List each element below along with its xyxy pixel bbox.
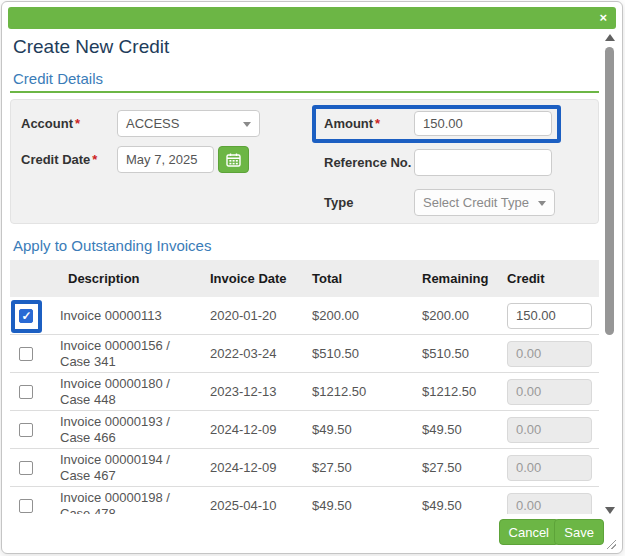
invoice-description: Invoice 00000113 (50, 308, 202, 324)
invoice-total: $510.50 (302, 346, 412, 361)
page-title: Create New Credit (13, 36, 169, 58)
type-label: Type (324, 195, 355, 210)
account-select[interactable]: ACCESS (117, 110, 260, 137)
header-invoice-date: Invoice Date (202, 271, 302, 286)
invoice-remaining: $27.50 (412, 460, 497, 475)
invoice-remaining: $1212.50 (412, 384, 497, 399)
invoice-description: Invoice 00000193 / Case 466 (50, 414, 202, 445)
reference-no-label: Reference No. (324, 155, 413, 170)
invoice-date: 2023-12-13 (202, 384, 302, 399)
header-credit: Credit (497, 271, 599, 286)
invoice-description: Invoice 00000194 / Case 467 (50, 452, 202, 483)
invoice-description: Invoice 00000180 / Case 448 (50, 376, 202, 407)
credit-amount-input[interactable] (507, 417, 592, 443)
scroll-down-icon[interactable] (605, 507, 615, 514)
section-divider (10, 91, 599, 93)
reference-no-input[interactable] (414, 149, 552, 176)
invoice-checkbox[interactable] (19, 347, 33, 361)
table-row: Invoice 00000198 / Case 478 2025-04-10 $… (10, 487, 599, 514)
modal-scrollbar[interactable] (604, 34, 615, 514)
invoice-date: 2020-01-20 (202, 308, 302, 323)
section-apply-invoices: Apply to Outstanding Invoices (13, 237, 211, 254)
invoice-checkbox[interactable] (19, 385, 33, 399)
invoice-date: 2024-12-09 (202, 422, 302, 437)
credit-type-select[interactable]: Select Credit Type (414, 189, 555, 216)
table-row: Invoice 00000156 / Case 341 2022-03-24 $… (10, 335, 599, 373)
invoice-remaining: $49.50 (412, 498, 497, 513)
invoice-date: 2024-12-09 (202, 460, 302, 475)
invoice-total: $49.50 (302, 422, 412, 437)
scrollbar-thumb[interactable] (605, 47, 614, 335)
invoice-remaining: $510.50 (412, 346, 497, 361)
table-row: Invoice 00000193 / Case 466 2024-12-09 $… (10, 411, 599, 449)
credit-amount-input[interactable] (507, 303, 592, 329)
header-total: Total (302, 271, 412, 286)
close-icon[interactable]: × (599, 10, 607, 26)
credit-amount-input[interactable] (507, 379, 592, 405)
save-button[interactable]: Save (554, 519, 604, 545)
resize-grip-icon[interactable] (605, 538, 616, 549)
header-remaining: Remaining (412, 271, 497, 286)
invoice-remaining: $200.00 (412, 308, 497, 323)
invoice-description: Invoice 00000156 / Case 341 (50, 338, 202, 369)
calendar-button[interactable] (218, 146, 249, 173)
invoice-description: Invoice 00000198 / Case 478 (50, 490, 202, 514)
amount-label: Amount* (324, 116, 380, 131)
table-row: Invoice 00000194 / Case 467 2024-12-09 $… (10, 449, 599, 487)
credit-details-panel: Account* ACCESS Credit Date* Amount* (10, 99, 599, 224)
table-header-row: Description Invoice Date Total Remaining… (10, 260, 599, 297)
invoice-date: 2025-04-10 (202, 498, 302, 513)
table-body: Invoice 00000113 2020-01-20 $200.00 $200… (10, 297, 599, 514)
invoice-checkbox[interactable] (19, 499, 33, 513)
invoice-total: $200.00 (302, 308, 412, 323)
header-description: Description (50, 271, 202, 287)
invoice-checkbox[interactable] (19, 423, 33, 437)
create-credit-modal: × Create New Credit Credit Details Accou… (1, 1, 623, 554)
credit-date-input[interactable] (117, 146, 214, 173)
table-row: Invoice 00000113 2020-01-20 $200.00 $200… (10, 297, 599, 335)
invoices-table: Description Invoice Date Total Remaining… (10, 260, 599, 514)
invoice-date: 2022-03-24 (202, 346, 302, 361)
invoice-remaining: $49.50 (412, 422, 497, 437)
credit-amount-input[interactable] (507, 493, 592, 515)
invoice-total: $27.50 (302, 460, 412, 475)
table-row: Invoice 00000180 / Case 448 2023-12-13 $… (10, 373, 599, 411)
account-label: Account* (21, 116, 80, 131)
invoice-checkbox[interactable] (19, 461, 33, 475)
modal-titlebar: × (8, 7, 616, 29)
invoice-total: $1212.50 (302, 384, 412, 399)
cancel-button[interactable]: Cancel (499, 519, 559, 545)
chevron-down-icon (243, 122, 251, 127)
invoice-checkbox[interactable] (19, 309, 33, 323)
invoice-total: $49.50 (302, 498, 412, 513)
chevron-down-icon (538, 201, 546, 206)
credit-amount-input[interactable] (507, 341, 592, 367)
amount-input[interactable] (414, 111, 552, 136)
calendar-icon (226, 153, 241, 167)
section-credit-details: Credit Details (13, 70, 103, 87)
scroll-up-icon[interactable] (605, 34, 615, 41)
credit-amount-input[interactable] (507, 455, 592, 481)
credit-date-label: Credit Date* (21, 152, 97, 167)
